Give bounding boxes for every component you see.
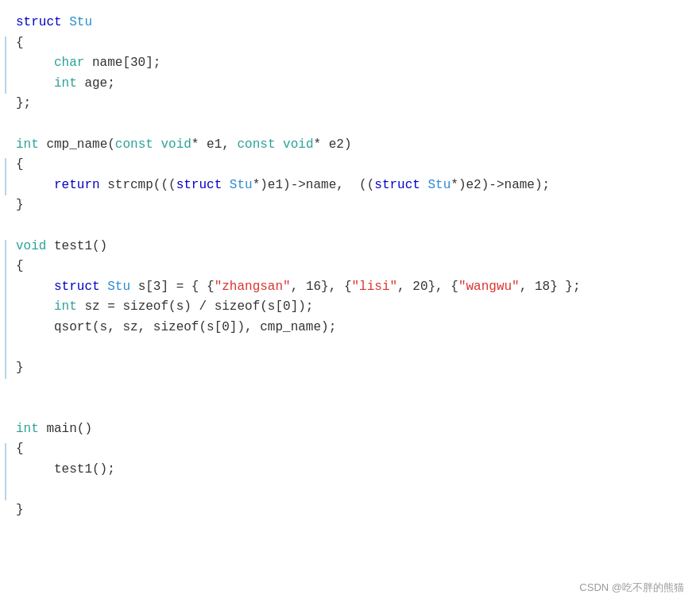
scope-bar bbox=[5, 158, 6, 195]
code-line: void test1() bbox=[16, 237, 684, 257]
code-line: } bbox=[16, 358, 684, 379]
code-line: return strcmp(((struct Stu*)e1)->name, (… bbox=[16, 176, 684, 196]
code-line: } bbox=[16, 500, 684, 521]
code-line bbox=[16, 114, 684, 135]
code-line: qsort(s, sz, sizeof(s[0]), cmp_name); bbox=[16, 318, 684, 338]
scope-bar bbox=[5, 443, 6, 501]
code-line: } bbox=[16, 195, 684, 216]
code-editor: struct Stu{char name[30];int age;};int c… bbox=[0, 0, 700, 606]
code-line bbox=[16, 216, 684, 237]
code-line bbox=[16, 338, 684, 359]
code-line: test1(); bbox=[16, 460, 684, 481]
scope-bar bbox=[5, 37, 6, 95]
code-line: char name[30]; bbox=[16, 53, 684, 74]
code-line bbox=[16, 399, 684, 419]
code-line: int age; bbox=[16, 74, 684, 95]
code-line bbox=[16, 379, 684, 399]
code-line: int main() bbox=[16, 419, 684, 440]
code-line: { bbox=[16, 257, 684, 277]
code-line bbox=[16, 481, 684, 501]
code-line: int sz = sizeof(s) / sizeof(s[0]); bbox=[16, 297, 684, 318]
code-line: struct Stu bbox=[16, 13, 684, 33]
code-line: struct Stu s[3] = { {"zhangsan", 16}, {"… bbox=[16, 277, 684, 298]
code-content: struct Stu{char name[30];int age;};int c… bbox=[16, 13, 684, 521]
watermark: CSDN @吃不胖的熊猫 bbox=[579, 580, 684, 596]
code-line: { bbox=[16, 439, 684, 460]
code-line: { bbox=[16, 155, 684, 176]
scope-bar bbox=[5, 240, 6, 379]
code-line: { bbox=[16, 33, 684, 54]
code-line: int cmp_name(const void* e1, const void*… bbox=[16, 135, 684, 156]
code-line: }; bbox=[16, 94, 684, 114]
